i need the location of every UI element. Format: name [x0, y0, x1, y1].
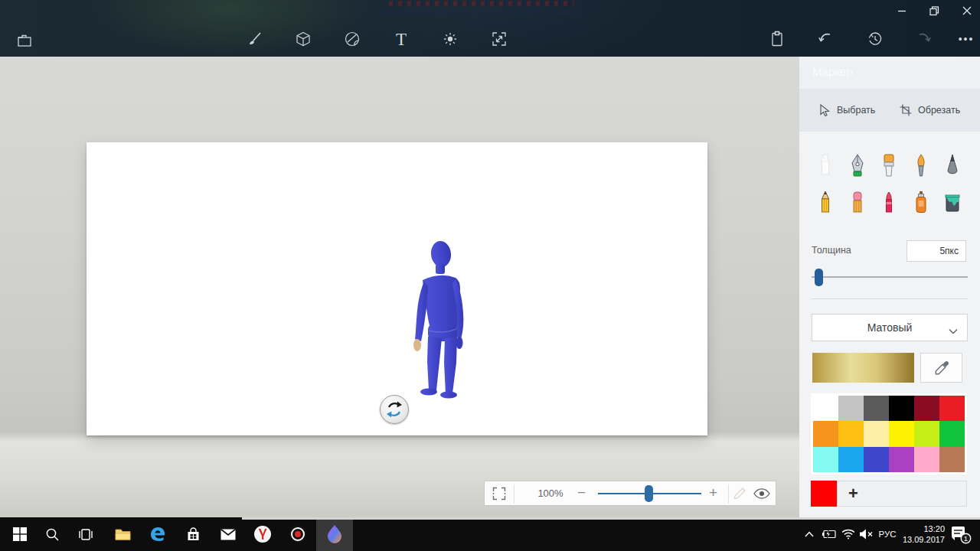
brush-pencil[interactable]	[812, 185, 839, 219]
brush-crayon[interactable]	[875, 185, 903, 219]
divider	[812, 298, 968, 299]
screen-recorder-icon[interactable]	[281, 517, 315, 551]
3d-shapes-tool-button[interactable]	[287, 23, 319, 55]
undo-button[interactable]	[809, 23, 841, 55]
material-color-swatch[interactable]	[812, 353, 914, 383]
more-menu-button[interactable]: •••	[950, 23, 980, 55]
zoom-out-button[interactable]: −	[577, 481, 586, 505]
ellipsis-icon: •••	[959, 33, 975, 45]
paint3d-app-icon[interactable]	[316, 517, 353, 551]
notification-center-icon[interactable]: 1	[948, 517, 974, 551]
palette-color[interactable]	[838, 421, 864, 446]
palette-color[interactable]	[939, 396, 965, 421]
panel-title: Маркер	[812, 65, 853, 78]
palette-color[interactable]	[813, 396, 838, 421]
add-color-button[interactable]: +	[837, 481, 967, 507]
3d-human-figure[interactable]	[410, 239, 467, 403]
tray-time: 13:20	[923, 523, 945, 534]
color-palette	[811, 393, 967, 474]
app-header: T	[0, 0, 980, 57]
cursor-icon	[819, 104, 831, 117]
thickness-slider-track[interactable]	[812, 276, 968, 278]
minimize-button[interactable]	[890, 0, 913, 21]
brush-paint-brush[interactable]	[875, 148, 903, 182]
finish-dropdown[interactable]: Матовый	[812, 314, 968, 341]
thickness-label: Толщина	[812, 245, 851, 256]
select-button[interactable]: Выбрать	[819, 99, 875, 121]
thickness-input[interactable]: 5пкс	[906, 240, 966, 262]
task-view-icon[interactable]	[69, 517, 103, 551]
palette-color[interactable]	[864, 396, 889, 421]
divider	[514, 484, 514, 504]
panel-header: Маркер	[799, 57, 980, 89]
palette-color[interactable]	[914, 396, 939, 421]
brush-calligraphy-pen[interactable]	[844, 148, 871, 182]
effects-tool-button[interactable]	[434, 23, 466, 55]
palette-color[interactable]	[889, 447, 914, 472]
restore-button[interactable]	[923, 0, 946, 21]
palette-color[interactable]	[838, 396, 864, 421]
clock[interactable]: 13:20 13.09.2017	[900, 517, 945, 551]
palette-color[interactable]	[889, 421, 914, 446]
edge-browser-icon[interactable]	[141, 517, 175, 551]
redo-button[interactable]	[908, 23, 940, 55]
brushes-tool-button[interactable]	[238, 23, 270, 55]
pencil-icon[interactable]	[733, 487, 746, 504]
brush-marker[interactable]	[812, 148, 839, 182]
palette-color[interactable]	[864, 421, 889, 446]
finish-value: Матовый	[867, 321, 913, 334]
fit-to-view-button[interactable]	[492, 486, 507, 504]
palette-color[interactable]	[914, 447, 939, 472]
brush-eraser[interactable]	[844, 185, 871, 219]
battery-icon[interactable]	[819, 517, 839, 551]
palette-color[interactable]	[914, 421, 939, 446]
text-tool-button[interactable]: T	[385, 23, 417, 55]
eyedropper-button[interactable]	[920, 353, 962, 383]
palette-color[interactable]	[864, 447, 889, 472]
palette-color[interactable]	[813, 447, 838, 472]
palette-color[interactable]	[813, 421, 838, 446]
drawing-canvas[interactable]	[87, 142, 707, 435]
text-tool-glyph: T	[396, 31, 407, 48]
tray-chevron-icon[interactable]	[801, 517, 818, 551]
zoom-in-button[interactable]: +	[709, 481, 717, 505]
figure-hand	[413, 339, 421, 351]
current-color-swatch[interactable]	[811, 481, 837, 507]
start-button[interactable]	[3, 517, 37, 551]
select-label: Выбрать	[837, 105, 875, 116]
file-explorer-icon[interactable]	[106, 517, 139, 551]
brush-pixel-pen[interactable]	[939, 148, 966, 182]
search-icon[interactable]	[35, 517, 69, 551]
zoom-level: 100%	[529, 481, 572, 505]
brush-fill-bucket[interactable]	[939, 185, 966, 219]
thickness-slider-handle[interactable]	[815, 269, 823, 286]
workspace: 100% − +	[0, 57, 799, 517]
language-indicator[interactable]: РУС	[874, 517, 900, 551]
wifi-icon[interactable]	[839, 517, 858, 551]
chevron-down-icon	[949, 324, 958, 337]
zoom-slider-handle[interactable]	[645, 485, 653, 502]
stickers-tool-button[interactable]	[336, 23, 368, 55]
palette-color[interactable]	[939, 447, 965, 472]
paste-button[interactable]	[761, 23, 793, 55]
notification-badge: 1	[964, 534, 968, 543]
crop-icon	[900, 104, 912, 116]
brush-oil-brush[interactable]	[907, 148, 935, 182]
cutoff-overlay-text	[381, 9, 582, 15]
rotate-z-handle[interactable]	[380, 395, 409, 424]
close-button[interactable]	[956, 0, 978, 21]
canvas-tool-button[interactable]	[483, 23, 515, 55]
store-icon[interactable]	[176, 517, 210, 551]
mail-icon[interactable]	[211, 517, 245, 551]
crop-label: Обрезать	[918, 105, 960, 116]
crop-button[interactable]: Обрезать	[900, 99, 960, 121]
brush-spray-can[interactable]	[907, 185, 935, 219]
palette-color[interactable]	[838, 447, 864, 472]
palette-color[interactable]	[939, 421, 965, 446]
menu-button[interactable]	[8, 24, 41, 57]
volume-muted-icon[interactable]	[856, 517, 876, 551]
yandex-browser-icon[interactable]	[246, 517, 279, 551]
palette-color[interactable]	[889, 396, 914, 421]
history-button[interactable]	[859, 23, 891, 55]
eye-icon[interactable]	[753, 487, 771, 504]
